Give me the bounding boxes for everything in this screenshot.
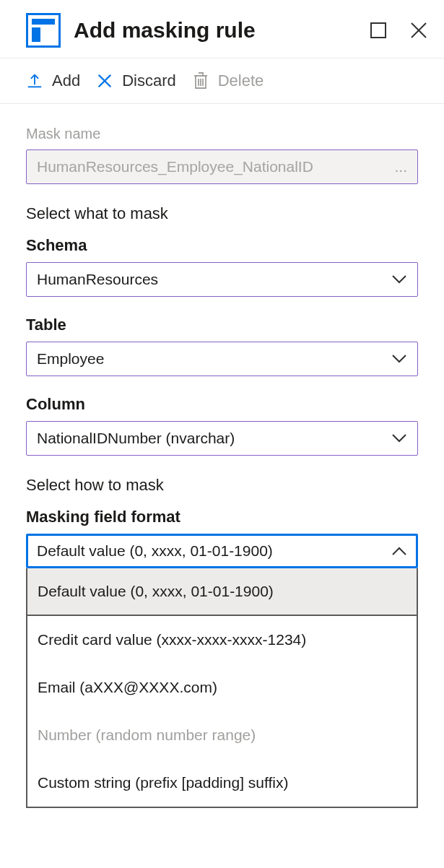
chevron-down-icon [391, 430, 407, 447]
masking-format-option[interactable]: Email (aXXX@XXXX.com) [27, 664, 417, 711]
svg-rect-3 [371, 23, 386, 38]
panel-header: Add masking rule [0, 0, 444, 58]
chevron-up-icon [391, 542, 407, 560]
option-label: Custom string (prefix [padding] suffix) [38, 774, 288, 791]
masking-format-value: Default value (0, xxxx, 01-01-1900) [37, 542, 273, 560]
select-how-to-mask-heading: Select how to mask [26, 476, 418, 495]
delete-button: Delete [192, 71, 264, 90]
close-button[interactable] [409, 21, 428, 40]
maximize-button[interactable] [369, 21, 388, 40]
masking-format-option: Number (random number range) [27, 711, 417, 759]
masking-format-option[interactable]: Custom string (prefix [padding] suffix) [27, 759, 417, 807]
toolbar: Add Discard Delete [0, 58, 444, 104]
panel-title: Add masking rule [74, 18, 356, 43]
trash-icon [192, 72, 209, 90]
svg-rect-2 [32, 27, 40, 42]
masking-format-select[interactable]: Default value (0, xxxx, 01-01-1900) [26, 534, 418, 568]
mask-name-label: Mask name [26, 126, 418, 142]
mask-name-input: HumanResources_Employee_NationalID ... [26, 149, 418, 184]
x-icon [96, 72, 113, 90]
masking-format-option-list: Default value (0, xxxx, 01-01-1900) Cred… [26, 568, 418, 808]
add-label: Add [52, 71, 80, 90]
schema-label: Schema [26, 236, 418, 255]
schema-select[interactable]: HumanResources [26, 262, 418, 297]
masking-format-dropdown: Default value (0, xxxx, 01-01-1900) Defa… [26, 534, 418, 808]
table-label: Table [26, 316, 418, 334]
discard-label: Discard [122, 71, 176, 90]
schema-value: HumanResources [37, 271, 158, 288]
table-select[interactable]: Employee [26, 342, 418, 376]
masking-format-option[interactable]: Default value (0, xxxx, 01-01-1900) [27, 568, 417, 616]
chevron-down-icon [391, 350, 407, 368]
column-value: NationalIDNumber (nvarchar) [37, 430, 235, 447]
select-what-to-mask-heading: Select what to mask [26, 204, 418, 223]
option-label: Number (random number range) [38, 726, 256, 744]
mask-name-value: HumanResources_Employee_NationalID [37, 158, 313, 175]
option-label: Credit card value (xxxx-xxxx-xxxx-1234) [38, 631, 306, 648]
delete-label: Delete [218, 71, 264, 90]
svg-rect-1 [32, 19, 55, 25]
masking-rule-icon [26, 13, 61, 48]
masking-format-label: Masking field format [26, 508, 418, 526]
chevron-down-icon [391, 271, 407, 288]
option-label: Default value (0, xxxx, 01-01-1900) [38, 583, 274, 600]
option-label: Email (aXXX@XXXX.com) [38, 679, 217, 696]
column-select[interactable]: NationalIDNumber (nvarchar) [26, 421, 418, 456]
add-button[interactable]: Add [26, 71, 80, 90]
mask-name-ellipsis: ... [388, 158, 407, 175]
masking-format-option[interactable]: Credit card value (xxxx-xxxx-xxxx-1234) [27, 616, 417, 664]
table-value: Employee [37, 350, 104, 368]
form-body: Mask name HumanResources_Employee_Nation… [0, 104, 444, 837]
column-label: Column [26, 395, 418, 414]
upload-icon [26, 72, 43, 90]
discard-button[interactable]: Discard [96, 71, 176, 90]
